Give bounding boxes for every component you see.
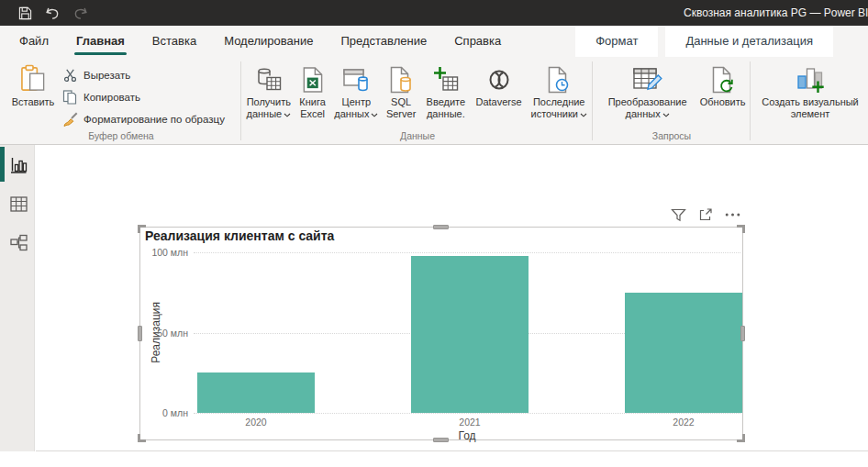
undo-icon (45, 6, 61, 20)
chevron-down-icon (580, 108, 587, 120)
resize-handle-right[interactable] (740, 326, 745, 341)
ribbon-button-1-3[interactable]: SQL Server (381, 62, 421, 120)
button-label: Книга Excel (294, 96, 332, 120)
ribbon-group-2: Преобразование данныхОбновитьЗапросы (596, 57, 747, 144)
clipboard-button-2[interactable]: Форматирование по образцу (61, 108, 225, 130)
button-label: Вставить (12, 96, 55, 108)
resize-handle-bottom-right[interactable] (737, 434, 745, 442)
enter-data-icon (432, 66, 460, 94)
ribbon-tab-2[interactable]: Вставка (139, 26, 210, 57)
clipboard-button-1[interactable]: Копировать (61, 86, 225, 108)
button-label: Введите данные. (421, 96, 471, 120)
chevron-down-icon (371, 108, 378, 120)
ribbon-button-1-5[interactable]: Dataverse (471, 62, 528, 108)
group-divider (750, 61, 751, 140)
button-label: Получить данные (244, 96, 294, 120)
format-painter-icon (62, 112, 78, 128)
chevron-down-icon (284, 108, 291, 120)
paste-icon (20, 64, 47, 94)
x-tick-label: 2021 (433, 417, 506, 428)
undo-button[interactable] (39, 0, 66, 26)
ribbon-button-1-0[interactable]: Получить данные (244, 62, 294, 120)
ribbon-button-1-6[interactable]: Последние источники (527, 62, 591, 120)
dataverse-icon (485, 66, 513, 94)
ribbon-tab-6[interactable]: Формат (575, 26, 658, 57)
ribbon-button-1-1[interactable]: Книга Excel (294, 62, 332, 120)
visual-header (671, 207, 740, 222)
button-label: SQL Server (381, 96, 421, 120)
resize-handle-top[interactable] (433, 225, 449, 229)
paste-button[interactable]: Вставить (7, 62, 59, 108)
ribbon-tabs: ФайлГлавнаяВставкаМоделированиеПредставл… (0, 26, 868, 57)
sql-server-icon (389, 66, 413, 94)
button-label: Вырезать (83, 70, 130, 81)
y-tick-label: 0 млн (140, 407, 188, 418)
resize-handle-left[interactable] (138, 326, 142, 341)
titlebar: Сквозная аналитика PG — Power BI Desktop (0, 0, 868, 26)
redo-button[interactable] (66, 0, 94, 26)
ribbon-button-2-1[interactable]: Обновить (698, 62, 747, 108)
button-label: Центр данных (332, 96, 382, 120)
new-visual-icon (796, 66, 825, 94)
chevron-down-icon (662, 108, 670, 120)
y-tick-label: 100 млн (140, 247, 188, 258)
redo-icon (72, 6, 88, 20)
ribbon-button-1-4[interactable]: Введите данные. (421, 62, 471, 120)
button-label: Преобразование данных (596, 96, 698, 120)
bar-2021[interactable] (411, 256, 529, 414)
bar-chart-visual[interactable]: Реализация клиентам с сайта Реализация 0… (139, 227, 743, 440)
model-view-icon (10, 234, 28, 251)
bar-2020[interactable] (197, 372, 315, 413)
group-divider (240, 61, 241, 140)
filter-icon[interactable] (671, 208, 686, 222)
button-label: Форматирование по образцу (83, 114, 225, 125)
ribbon-tab-0[interactable]: Файл (6, 26, 62, 57)
gridline (194, 413, 740, 414)
x-tick-label: 2022 (647, 417, 720, 428)
chart-title: Реализация клиентам с сайта (145, 228, 334, 243)
gridline (194, 252, 740, 253)
refresh-icon (711, 66, 735, 94)
ribbon-button-1-2[interactable]: Центр данных (332, 62, 382, 120)
ribbon-tab-3[interactable]: Моделирование (210, 26, 327, 57)
view-sidebar (0, 145, 35, 451)
group-label: Данные (244, 130, 591, 141)
scissors-icon (63, 68, 77, 83)
report-canvas: Реализация клиентам с сайта Реализация 0… (36, 145, 868, 451)
resize-handle-top-right[interactable] (737, 225, 745, 233)
get-data-icon (255, 66, 283, 94)
ribbon-button-2-0[interactable]: Преобразование данных (596, 62, 698, 120)
x-axis-title: Год (194, 429, 740, 442)
button-label: Dataverse (475, 96, 521, 108)
ribbon-tab-7[interactable]: Данные и детализация (665, 26, 833, 57)
button-label: Последние источники (527, 96, 591, 120)
resize-handle-bottom-left[interactable] (138, 434, 146, 442)
ribbon: ВставитьВырезатьКопироватьФорматирование… (0, 57, 868, 145)
button-label: Копировать (83, 92, 140, 103)
recent-sources-icon (547, 66, 571, 94)
sidebar-item-report-view[interactable] (8, 155, 28, 175)
data-hub-icon (342, 66, 370, 94)
y-tick-label: 50 млн (140, 328, 188, 339)
ribbon-tab-1[interactable]: Главная (62, 26, 139, 57)
save-button[interactable] (11, 0, 39, 26)
sidebar-item-table-view[interactable] (8, 194, 28, 214)
ribbon-group-0: ВставитьВырезатьКопироватьФорматирование… (4, 57, 239, 144)
clipboard-button-0[interactable]: Вырезать (61, 64, 225, 86)
resize-handle-bottom[interactable] (433, 438, 449, 442)
more-options-icon[interactable] (725, 213, 740, 217)
ribbon-tab-5[interactable]: Справка (440, 26, 515, 57)
focus-mode-icon[interactable] (698, 207, 713, 222)
sidebar-item-model-view[interactable] (8, 232, 28, 252)
bar-2022[interactable] (625, 293, 742, 413)
x-tick-label: 2020 (219, 417, 293, 428)
group-label: Буфер обмена (4, 130, 239, 141)
ribbon-button-3-0[interactable]: Создать визуальный элемент (754, 62, 866, 120)
resize-handle-top-left[interactable] (138, 225, 146, 233)
report-view-icon (10, 157, 28, 174)
button-label: Обновить (700, 96, 746, 108)
window-title: Сквозная аналитика PG — Power BI Desktop (684, 0, 868, 26)
transform-data-icon (632, 66, 663, 94)
ribbon-tab-4[interactable]: Представление (327, 26, 440, 57)
active-view-indicator (0, 147, 5, 182)
